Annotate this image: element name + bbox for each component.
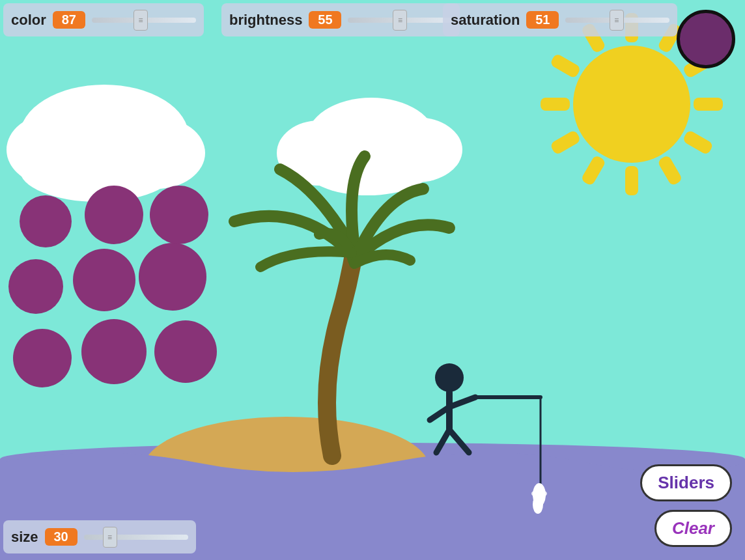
color-slider-track-container[interactable]	[92, 8, 196, 31]
saturation-slider-panel: saturation 51	[443, 3, 677, 36]
clear-button[interactable]: Clear	[654, 510, 732, 547]
color-preview-circle	[677, 10, 735, 68]
color-slider-value: 87	[53, 11, 85, 29]
saturation-slider-thumb[interactable]	[610, 10, 624, 31]
size-slider-track-container[interactable]	[84, 525, 188, 548]
size-slider-panel: size 30	[3, 520, 196, 553]
size-slider-track	[84, 535, 188, 540]
brightness-slider-panel: brightness 55	[221, 3, 460, 36]
size-slider-thumb[interactable]	[103, 527, 117, 548]
brightness-slider-value: 55	[309, 11, 341, 29]
size-slider-label: size	[11, 529, 38, 546]
brightness-slider-track	[348, 18, 452, 23]
sliders-button[interactable]: Sliders	[640, 464, 732, 501]
saturation-slider-label: saturation	[451, 12, 520, 29]
saturation-slider-track	[565, 18, 669, 23]
brightness-slider-label: brightness	[229, 12, 302, 29]
saturation-slider-track-container[interactable]	[565, 8, 669, 31]
brightness-slider-thumb[interactable]	[393, 10, 407, 31]
saturation-slider-value: 51	[526, 11, 559, 29]
size-slider-value: 30	[45, 528, 77, 546]
color-slider-track	[92, 18, 196, 23]
color-slider-thumb[interactable]	[134, 10, 148, 31]
canvas-area[interactable]: color 87 brightness 55 saturation 51 siz…	[0, 0, 745, 560]
brightness-slider-track-container[interactable]	[348, 8, 452, 31]
color-slider-panel: color 87	[3, 3, 204, 36]
color-slider-label: color	[11, 12, 46, 29]
